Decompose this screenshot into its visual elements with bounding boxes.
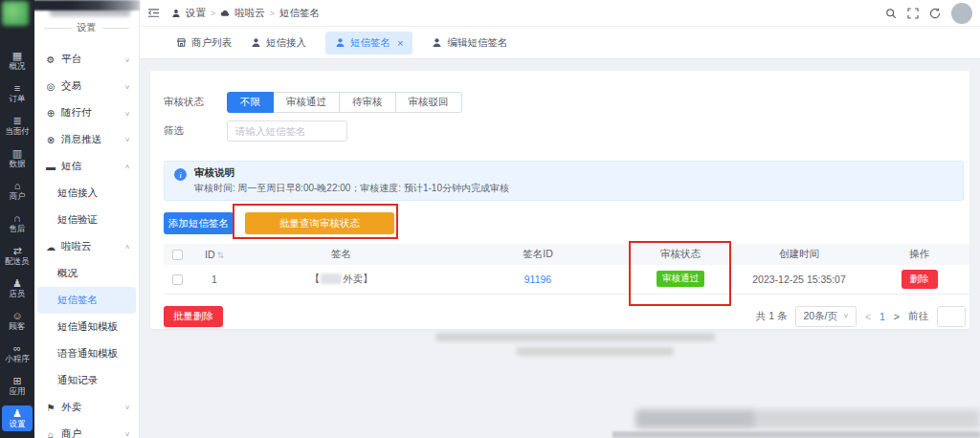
search-icon[interactable] — [885, 8, 897, 19]
rail-item-courier[interactable]: ⇄配送员 — [2, 243, 33, 269]
orders-icon: ≡ — [14, 83, 20, 94]
sidebar-item-sms-verify[interactable]: 短信验证 — [34, 207, 139, 233]
notice-body: 审核时间: 周一至周日早8:00-晚22:00；审核速度: 预计1-10分钟内完… — [194, 182, 509, 195]
sidebar-item-platform[interactable]: ⚙平台∨ — [34, 46, 139, 73]
cloud-icon: ☁ — [45, 242, 56, 252]
breadcrumb-item-settings[interactable]: 设置 — [186, 7, 206, 20]
row-checkbox[interactable] — [172, 274, 183, 285]
select-all-checkbox[interactable] — [172, 250, 183, 260]
prev-page-button[interactable]: < — [865, 311, 871, 322]
sidebar-item-sms-access[interactable]: 短信接入 — [34, 180, 139, 207]
rail-item-label: 商户 — [10, 192, 26, 201]
cell-id: 1 — [190, 265, 238, 294]
sidebar-item-message-push[interactable]: ⊗消息推送∨ — [34, 126, 139, 153]
sidebar-item-label: 语音通知模板 — [57, 347, 118, 361]
user-icon — [171, 9, 181, 18]
batch-query-status-button[interactable]: 批量查询审核状态 — [245, 212, 394, 234]
signature-search-input[interactable] — [227, 120, 347, 142]
status-filter-row: 审核状态 不限 审核通过 待审核 审核驳回 — [164, 92, 969, 113]
table-header-row: ID⇅ 签名 签名ID 审核状态 创建时间 操作 — [164, 244, 969, 265]
main-card: 审核状态 不限 审核通过 待审核 审核驳回 筛选 i 审核说明 — [150, 71, 969, 329]
page-size-select[interactable]: 20条/页∨ — [795, 306, 856, 327]
page-size-value: 20条/页 — [803, 310, 837, 323]
sidebar-item-lala-cloud[interactable]: ☁啦啦云∧ — [34, 233, 139, 260]
sidebar-item-takeout[interactable]: ⚑外卖∨ — [34, 394, 139, 421]
rail-item-after-sales[interactable]: ∩售后 — [2, 210, 33, 236]
cell-status: 审核通过 — [632, 265, 729, 294]
tab-sms-signature[interactable]: 短信签名× — [325, 32, 412, 55]
tab-edit-sms-signature[interactable]: 编辑短信签名 — [432, 36, 507, 50]
rail-item-data[interactable]: ▥数据 — [2, 145, 33, 171]
sidebar-item-merchant[interactable]: ⌂商户∨ — [34, 421, 139, 438]
cell-action: 删除 — [869, 265, 969, 294]
rail-item-label: 设置 — [10, 420, 26, 428]
pagination: 共 1 条 20条/页∨ < 1 > 前往 — [756, 306, 966, 327]
sidebar-item-suixingpay[interactable]: ⊕随行付∨ — [34, 99, 139, 126]
sort-icon[interactable]: ⇅ — [216, 251, 224, 260]
sidebar-item-sms-template[interactable]: 短信通知模板 — [34, 314, 139, 340]
sidebar-item-voice-template[interactable]: 语音通知模板 — [34, 340, 139, 367]
goto-page-input[interactable] — [937, 306, 966, 327]
sidebar-item-label: 平台 — [61, 53, 81, 66]
redacted-signature-text — [321, 274, 342, 284]
rail-item-apps[interactable]: ⊞应用 — [2, 373, 33, 399]
rail-item-label: 售后 — [10, 225, 26, 233]
tab-merchant-list[interactable]: 商户列表 — [176, 36, 232, 50]
user-icon — [251, 37, 261, 48]
sidebar-item-label: 短信通知模板 — [57, 320, 118, 334]
close-icon[interactable]: × — [397, 37, 403, 49]
status-option-pending[interactable]: 待审核 — [340, 92, 396, 113]
breadcrumb-item-lala-cloud[interactable]: 啦啦云 — [234, 7, 265, 20]
sidebar-item-transactions[interactable]: ◎交易∨ — [34, 73, 139, 99]
sidebar-item-sms[interactable]: ▬短信∧ — [34, 153, 139, 180]
delete-button[interactable]: 删除 — [902, 270, 938, 289]
add-signature-button[interactable]: 添加短信签名 — [164, 212, 234, 234]
fullscreen-icon[interactable] — [907, 8, 919, 19]
info-icon: i — [174, 168, 187, 181]
rail-item-overview[interactable]: ▦概况 — [2, 48, 33, 74]
courier-icon: ⇄ — [12, 246, 21, 256]
sidebar-item-label: 外卖 — [61, 401, 81, 414]
sidebar-item-cloud-overview[interactable]: 概况 — [34, 260, 139, 287]
refresh-icon[interactable] — [929, 8, 941, 19]
merchant-icon: ⌂ — [14, 181, 21, 191]
current-page[interactable]: 1 — [880, 311, 885, 322]
chevron-down-icon: ∨ — [124, 404, 130, 410]
keyword-filter-label: 筛选 — [164, 124, 227, 138]
sidebar-item-label: 短信验证 — [57, 213, 98, 227]
breadcrumb-separator: > — [270, 9, 275, 18]
rail-item-clerk[interactable]: ♟店员 — [2, 275, 33, 301]
sidebar-item-sms-signature[interactable]: 短信签名 — [37, 287, 136, 314]
sidebar-item-label: 短信接入 — [57, 186, 98, 200]
status-filter-label: 审核状态 — [164, 96, 227, 109]
signature-prefix: 【 — [310, 273, 321, 284]
tab-sms-access[interactable]: 短信接入 — [251, 36, 306, 50]
batch-query-label: 批量查询审核状态 — [279, 217, 360, 230]
signature-id-link[interactable]: 91196 — [524, 274, 551, 285]
page-content: 审核状态 不限 审核通过 待审核 审核驳回 筛选 i 审核说明 — [140, 61, 980, 438]
rail-item-mini-program[interactable]: ∞小程序 — [2, 340, 33, 366]
status-option-rejected[interactable]: 审核驳回 — [396, 92, 462, 113]
rail-item-face-pay[interactable]: ≣当面付 — [2, 113, 33, 139]
notice-title: 审核说明 — [194, 166, 509, 180]
rail-item-settings[interactable]: ♟设置 — [2, 405, 33, 431]
avatar[interactable] — [951, 3, 972, 24]
sidebar-item-label: 啦啦云 — [61, 240, 92, 253]
signature-table: ID⇅ 签名 签名ID 审核状态 创建时间 操作 1 — [164, 244, 969, 295]
sidebar-nav: ⚙平台∨ ◎交易∨ ⊕随行付∨ ⊗消息推送∨ ▬短信∧ 短信接入 短信验证 ☁啦… — [34, 46, 139, 438]
status-option-approved[interactable]: 审核通过 — [274, 92, 340, 113]
batch-delete-button[interactable]: 批量删除 — [164, 306, 223, 327]
sidebar-item-notify-log[interactable]: 通知记录 — [34, 367, 139, 394]
sms-icon: ▬ — [45, 162, 56, 172]
rail-item-customer[interactable]: ☺顾客 — [2, 308, 33, 334]
collapse-sidebar-icon[interactable] — [147, 8, 160, 19]
rail-item-label: 概况 — [10, 62, 26, 71]
rail-item-merchant[interactable]: ⌂商户 — [2, 178, 33, 204]
column-header-id[interactable]: ID⇅ — [190, 244, 238, 265]
rail-item-orders[interactable]: ≡订单 — [2, 80, 33, 106]
signature-suffix: 外卖】 — [343, 273, 373, 284]
status-button-group: 不限 审核通过 待审核 审核驳回 — [227, 92, 462, 113]
next-page-button[interactable]: > — [894, 311, 900, 322]
status-option-all[interactable]: 不限 — [227, 92, 274, 113]
keyword-filter-row: 筛选 — [164, 120, 969, 142]
